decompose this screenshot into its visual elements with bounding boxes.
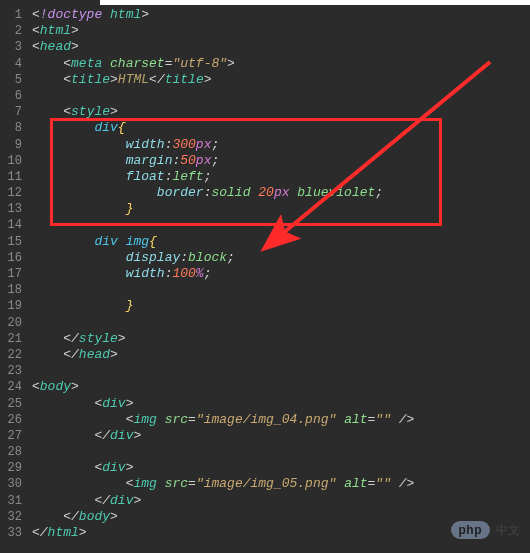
line-number: 19 — [0, 298, 26, 314]
token-tag: div — [110, 493, 133, 508]
token-tag: html — [48, 525, 79, 540]
code-line: <img src="image/img_04.png" alt="" /> — [32, 412, 530, 428]
code-line — [32, 88, 530, 104]
watermark: php 中文 — [451, 521, 521, 539]
token-angle: /> — [391, 476, 414, 491]
line-number: 25 — [0, 396, 26, 412]
token-angle: < — [32, 379, 40, 394]
line-number: 20 — [0, 315, 26, 331]
code-line — [32, 444, 530, 460]
token-doctype: !doctype — [40, 7, 110, 22]
token-angle: > — [110, 72, 118, 87]
line-number-gutter: 1234567891011121314151617181920212223242… — [0, 0, 26, 553]
token-angle: > — [118, 331, 126, 346]
token-prop: border — [157, 185, 204, 200]
line-number: 14 — [0, 217, 26, 233]
token-angle: </ — [94, 493, 110, 508]
token-angle: > — [133, 493, 141, 508]
code-line: </style> — [32, 331, 530, 347]
token-txt: HTML — [118, 72, 149, 87]
line-number: 33 — [0, 525, 26, 541]
token-punct: ; — [211, 153, 219, 168]
token-angle: < — [63, 56, 71, 71]
token-angle: > — [204, 72, 212, 87]
line-number: 26 — [0, 412, 26, 428]
token-num: 100 — [172, 266, 195, 281]
token-angle: </ — [149, 72, 165, 87]
token-prop: width — [126, 137, 165, 152]
token-tag: meta — [71, 56, 110, 71]
token-angle: > — [126, 460, 134, 475]
token-angle: > — [71, 379, 79, 394]
token-angle — [336, 476, 344, 491]
token-angle: > — [71, 23, 79, 38]
token-tag: body — [40, 379, 71, 394]
code-line: <html> — [32, 23, 530, 39]
code-line: <meta charset="utf-8"> — [32, 56, 530, 72]
line-number: 21 — [0, 331, 26, 347]
code-line: <style> — [32, 104, 530, 120]
token-attr: src — [165, 476, 188, 491]
token-punct: ; — [375, 185, 383, 200]
code-line: margin:50px; — [32, 153, 530, 169]
token-angle: > — [141, 7, 149, 22]
code-line: <head> — [32, 39, 530, 55]
code-line: <title>HTML</title> — [32, 72, 530, 88]
code-line: width:300px; — [32, 137, 530, 153]
token-angle: < — [32, 39, 40, 54]
token-attr: charset — [110, 56, 165, 71]
token-tag: body — [79, 509, 110, 524]
token-val: blueviolet — [289, 185, 375, 200]
line-number: 22 — [0, 347, 26, 363]
token-str: "image/img_04.png" — [196, 412, 336, 427]
token-tag: title — [71, 72, 110, 87]
token-brace: { — [149, 234, 157, 249]
code-line: width:100%; — [32, 266, 530, 282]
token-tag: html — [40, 23, 71, 38]
token-prop: float — [126, 169, 165, 184]
token-val: block — [188, 250, 227, 265]
code-line: display:block; — [32, 250, 530, 266]
code-line: div img{ — [32, 234, 530, 250]
token-str: "" — [375, 476, 391, 491]
token-tag: div — [102, 396, 125, 411]
token-str: "image/img_05.png" — [196, 476, 336, 491]
line-number: 16 — [0, 250, 26, 266]
code-line — [32, 363, 530, 379]
token-angle: /> — [391, 412, 414, 427]
token-angle: </ — [63, 509, 79, 524]
token-sel: div img — [94, 234, 149, 249]
token-prop: margin — [126, 153, 173, 168]
token-tag: html — [110, 7, 141, 22]
token-angle: > — [110, 104, 118, 119]
line-number: 6 — [0, 88, 26, 104]
token-eq: = — [188, 476, 196, 491]
code-line: border:solid 20px blueviolet; — [32, 185, 530, 201]
line-number: 8 — [0, 120, 26, 136]
token-tag: head — [40, 39, 71, 54]
line-number: 9 — [0, 137, 26, 153]
line-number: 17 — [0, 266, 26, 282]
line-number: 10 — [0, 153, 26, 169]
token-num: 300 — [172, 137, 195, 152]
code-line: float:left; — [32, 169, 530, 185]
code-line: <body> — [32, 379, 530, 395]
token-str: "utf-8" — [172, 56, 227, 71]
line-number: 31 — [0, 493, 26, 509]
token-punct: ; — [211, 137, 219, 152]
code-line: } — [32, 201, 530, 217]
token-punct: ; — [204, 169, 212, 184]
token-tag: head — [79, 347, 110, 362]
token-attr: alt — [344, 412, 367, 427]
line-number: 4 — [0, 56, 26, 72]
token-sel: div — [94, 120, 117, 135]
code-line: <div> — [32, 460, 530, 476]
token-punct: ; — [204, 266, 212, 281]
line-number: 30 — [0, 476, 26, 492]
token-angle: > — [227, 56, 235, 71]
line-number: 18 — [0, 282, 26, 298]
code-line: <!doctype html> — [32, 7, 530, 23]
line-number: 12 — [0, 185, 26, 201]
token-brace: } — [126, 201, 134, 216]
line-number: 23 — [0, 363, 26, 379]
